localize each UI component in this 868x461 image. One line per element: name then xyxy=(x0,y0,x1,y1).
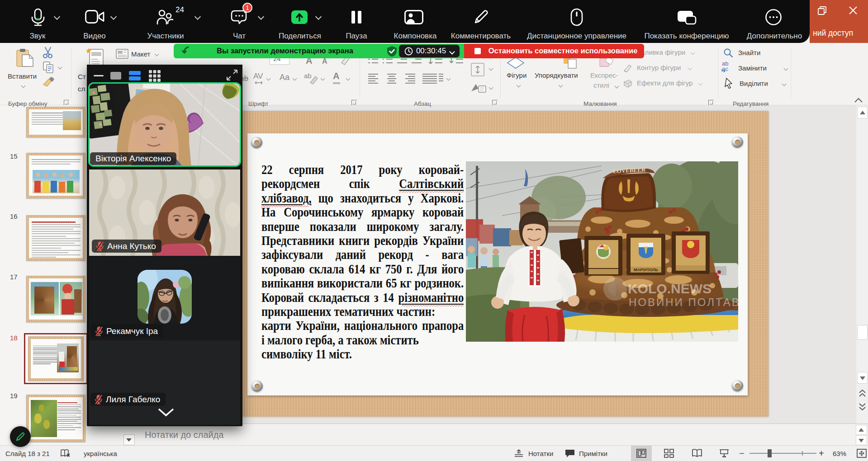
svg-text:KOLO.NEWS: KOLO.NEWS xyxy=(628,281,711,296)
svg-text:НОВИНИ ПОЛТАВИ: НОВИНИ ПОЛТАВИ xyxy=(629,296,738,308)
svg-text:МАРІУПОЛЬ: МАРІУПОЛЬ xyxy=(634,268,659,272)
